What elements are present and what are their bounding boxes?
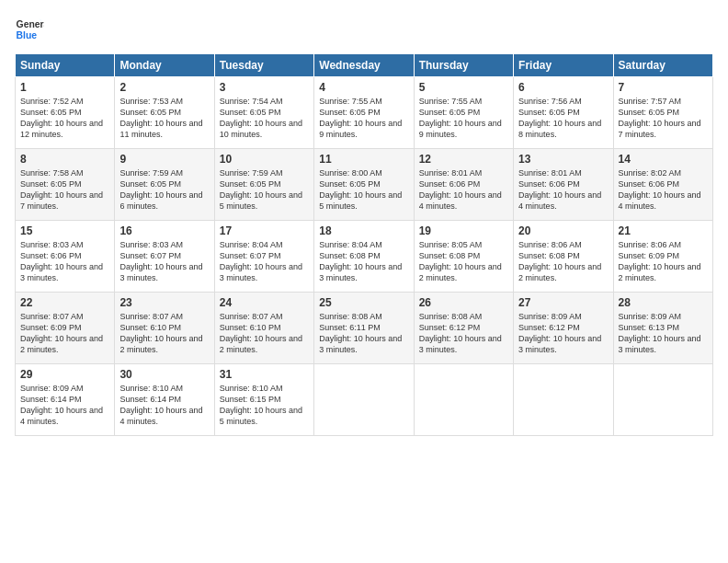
day-number: 11 (319, 153, 408, 166)
day-number: 12 (419, 153, 508, 166)
calendar-header-saturday: Saturday (613, 54, 712, 77)
day-number: 27 (518, 296, 608, 309)
day-info: Sunrise: 8:01 AMSunset: 6:06 PMDaylight:… (419, 167, 508, 213)
day-number: 26 (419, 296, 508, 309)
calendar-cell: 19Sunrise: 8:05 AMSunset: 6:08 PMDayligh… (414, 221, 513, 293)
calendar-week-4: 22Sunrise: 8:07 AMSunset: 6:09 PMDayligh… (16, 293, 713, 364)
day-number: 14 (619, 153, 708, 166)
day-info: Sunrise: 8:09 AMSunset: 6:13 PMDaylight:… (619, 311, 708, 356)
calendar-header-friday: Friday (514, 54, 613, 77)
calendar-header-sunday: Sunday (16, 54, 115, 77)
day-info: Sunrise: 8:08 AMSunset: 6:12 PMDaylight:… (419, 311, 508, 356)
calendar-cell: 27Sunrise: 8:09 AMSunset: 6:12 PMDayligh… (514, 293, 613, 364)
day-info: Sunrise: 8:07 AMSunset: 6:10 PMDaylight:… (119, 311, 209, 356)
calendar-cell: 7Sunrise: 7:57 AMSunset: 6:05 PMDaylight… (613, 77, 712, 149)
calendar-cell: 13Sunrise: 8:01 AMSunset: 6:06 PMDayligh… (514, 149, 613, 221)
day-number: 15 (20, 224, 109, 237)
day-info: Sunrise: 8:06 AMSunset: 6:09 PMDaylight:… (619, 239, 708, 284)
day-info: Sunrise: 8:04 AMSunset: 6:08 PMDaylight:… (319, 239, 408, 284)
calendar-cell: 4Sunrise: 7:55 AMSunset: 6:05 PMDaylight… (314, 77, 414, 149)
svg-text:Blue: Blue (17, 30, 38, 40)
day-number: 13 (518, 153, 608, 166)
calendar-cell: 30Sunrise: 8:10 AMSunset: 6:14 PMDayligh… (115, 364, 214, 436)
day-info: Sunrise: 8:00 AMSunset: 6:05 PMDaylight:… (319, 167, 408, 213)
day-info: Sunrise: 8:10 AMSunset: 6:15 PMDaylight:… (220, 383, 309, 428)
calendar-table: SundayMondayTuesdayWednesdayThursdayFrid… (15, 53, 713, 436)
calendar-cell: 1Sunrise: 7:52 AMSunset: 6:05 PMDaylight… (16, 77, 115, 149)
day-info: Sunrise: 8:05 AMSunset: 6:08 PMDaylight:… (419, 239, 508, 284)
day-number: 1 (20, 81, 109, 94)
calendar-cell: 28Sunrise: 8:09 AMSunset: 6:13 PMDayligh… (613, 293, 712, 364)
day-info: Sunrise: 8:01 AMSunset: 6:06 PMDaylight:… (518, 167, 608, 213)
day-info: Sunrise: 8:03 AMSunset: 6:06 PMDaylight:… (20, 239, 109, 284)
day-info: Sunrise: 7:58 AMSunset: 6:05 PMDaylight:… (20, 167, 109, 213)
day-info: Sunrise: 7:52 AMSunset: 6:05 PMDaylight:… (20, 96, 109, 141)
day-info: Sunrise: 8:02 AMSunset: 6:06 PMDaylight:… (619, 167, 708, 213)
calendar-cell: 10Sunrise: 7:59 AMSunset: 6:05 PMDayligh… (214, 149, 313, 221)
calendar-header-tuesday: Tuesday (214, 54, 313, 77)
day-number: 25 (319, 296, 408, 309)
calendar-cell (514, 364, 613, 436)
day-info: Sunrise: 7:56 AMSunset: 6:05 PMDaylight:… (518, 96, 608, 141)
day-info: Sunrise: 8:07 AMSunset: 6:10 PMDaylight:… (220, 311, 309, 356)
day-info: Sunrise: 7:59 AMSunset: 6:05 PMDaylight:… (220, 167, 309, 213)
calendar-header-thursday: Thursday (414, 54, 513, 77)
calendar-week-5: 29Sunrise: 8:09 AMSunset: 6:14 PMDayligh… (16, 364, 713, 436)
day-number: 10 (220, 153, 309, 166)
page-header: General Blue (15, 15, 713, 44)
calendar-cell: 12Sunrise: 8:01 AMSunset: 6:06 PMDayligh… (414, 149, 513, 221)
calendar-cell: 14Sunrise: 8:02 AMSunset: 6:06 PMDayligh… (613, 149, 712, 221)
day-number: 18 (319, 224, 408, 237)
day-info: Sunrise: 7:57 AMSunset: 6:05 PMDaylight:… (619, 96, 708, 141)
calendar-cell: 26Sunrise: 8:08 AMSunset: 6:12 PMDayligh… (414, 293, 513, 364)
calendar-cell: 17Sunrise: 8:04 AMSunset: 6:07 PMDayligh… (214, 221, 313, 293)
calendar-cell: 16Sunrise: 8:03 AMSunset: 6:07 PMDayligh… (115, 221, 214, 293)
calendar-cell: 2Sunrise: 7:53 AMSunset: 6:05 PMDaylight… (115, 77, 214, 149)
day-info: Sunrise: 7:54 AMSunset: 6:05 PMDaylight:… (220, 96, 309, 141)
day-info: Sunrise: 7:55 AMSunset: 6:05 PMDaylight:… (419, 96, 508, 141)
calendar-cell: 25Sunrise: 8:08 AMSunset: 6:11 PMDayligh… (314, 293, 414, 364)
day-number: 17 (220, 224, 309, 237)
calendar-cell: 9Sunrise: 7:59 AMSunset: 6:05 PMDaylight… (115, 149, 214, 221)
day-number: 4 (319, 81, 408, 94)
logo: General Blue (15, 15, 48, 44)
calendar-cell: 20Sunrise: 8:06 AMSunset: 6:08 PMDayligh… (514, 221, 613, 293)
day-info: Sunrise: 8:08 AMSunset: 6:11 PMDaylight:… (319, 311, 408, 356)
calendar-header-wednesday: Wednesday (314, 54, 414, 77)
day-number: 24 (220, 296, 309, 309)
calendar-cell: 23Sunrise: 8:07 AMSunset: 6:10 PMDayligh… (115, 293, 214, 364)
day-number: 29 (20, 368, 109, 381)
day-number: 19 (419, 224, 508, 237)
calendar-cell: 6Sunrise: 7:56 AMSunset: 6:05 PMDaylight… (514, 77, 613, 149)
day-number: 3 (220, 81, 309, 94)
calendar-cell: 15Sunrise: 8:03 AMSunset: 6:06 PMDayligh… (16, 221, 115, 293)
calendar-cell: 24Sunrise: 8:07 AMSunset: 6:10 PMDayligh… (214, 293, 313, 364)
day-info: Sunrise: 7:53 AMSunset: 6:05 PMDaylight:… (119, 96, 209, 141)
day-info: Sunrise: 8:06 AMSunset: 6:08 PMDaylight:… (518, 239, 608, 284)
day-number: 21 (619, 224, 708, 237)
day-number: 6 (518, 81, 608, 94)
svg-text:General: General (17, 19, 44, 29)
calendar-header-row: SundayMondayTuesdayWednesdayThursdayFrid… (16, 54, 713, 77)
calendar-cell: 22Sunrise: 8:07 AMSunset: 6:09 PMDayligh… (16, 293, 115, 364)
day-number: 31 (220, 368, 309, 381)
calendar-week-2: 8Sunrise: 7:58 AMSunset: 6:05 PMDaylight… (16, 149, 713, 221)
day-number: 16 (119, 224, 209, 237)
day-info: Sunrise: 8:07 AMSunset: 6:09 PMDaylight:… (20, 311, 109, 356)
calendar-cell (314, 364, 414, 436)
calendar-cell (613, 364, 712, 436)
day-info: Sunrise: 7:59 AMSunset: 6:05 PMDaylight:… (119, 167, 209, 213)
day-info: Sunrise: 8:04 AMSunset: 6:07 PMDaylight:… (220, 239, 309, 284)
day-number: 8 (20, 153, 109, 166)
calendar-week-3: 15Sunrise: 8:03 AMSunset: 6:06 PMDayligh… (16, 221, 713, 293)
day-info: Sunrise: 8:09 AMSunset: 6:14 PMDaylight:… (20, 383, 109, 428)
day-number: 28 (619, 296, 708, 309)
day-number: 23 (119, 296, 209, 309)
calendar-cell: 8Sunrise: 7:58 AMSunset: 6:05 PMDaylight… (16, 149, 115, 221)
calendar-body: 1Sunrise: 7:52 AMSunset: 6:05 PMDaylight… (16, 77, 713, 436)
calendar-cell: 29Sunrise: 8:09 AMSunset: 6:14 PMDayligh… (16, 364, 115, 436)
day-number: 22 (20, 296, 109, 309)
calendar-cell: 11Sunrise: 8:00 AMSunset: 6:05 PMDayligh… (314, 149, 414, 221)
day-info: Sunrise: 8:03 AMSunset: 6:07 PMDaylight:… (119, 239, 209, 284)
day-number: 7 (619, 81, 708, 94)
